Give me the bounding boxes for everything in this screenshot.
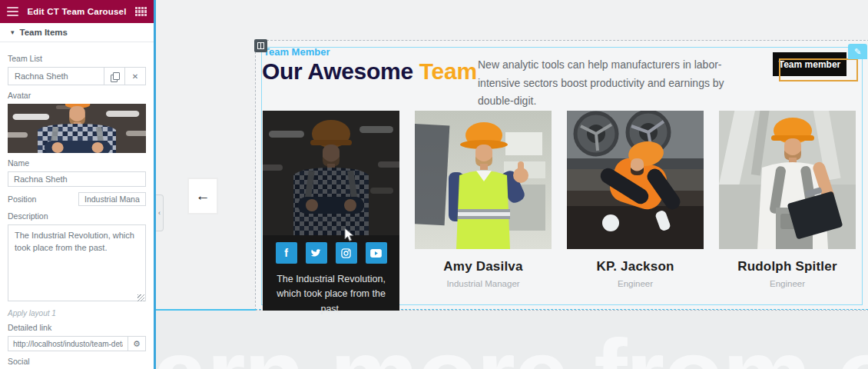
instagram-link[interactable] <box>336 242 357 264</box>
editor-canvas: ✎ Team Member Our Awesome Team New analy… <box>156 0 868 369</box>
team-card[interactable]: KP. Jackson Engineer <box>567 111 704 288</box>
next-section-preview: Learn more from our <box>156 311 868 369</box>
caret-down-icon: ▾ <box>11 28 15 36</box>
member-position: Engineer <box>567 279 704 288</box>
section-title-accent: Team <box>419 58 477 84</box>
chevron-left-icon: ‹ <box>158 209 161 217</box>
youtube-link[interactable] <box>366 242 387 264</box>
avatar-label: Avatar <box>8 91 146 100</box>
twitter-icon <box>310 248 322 258</box>
copy-icon <box>111 72 118 81</box>
team-photo <box>415 111 552 249</box>
member-name: KP. Jackson <box>567 259 704 274</box>
team-photo <box>719 111 856 249</box>
youtube-icon <box>370 249 382 258</box>
section-title: Our Awesome Team <box>262 58 477 85</box>
carousel-prev-button[interactable]: ← <box>188 178 217 214</box>
section-subtitle: Team Member <box>263 46 330 58</box>
panel-title: Edit CT Team Carousel <box>18 7 135 16</box>
member-name: Amy Dasilva <box>415 259 552 274</box>
hamburger-menu-icon[interactable] <box>7 7 18 16</box>
facebook-icon: f <box>284 247 288 259</box>
team-list-label: Team List <box>8 54 146 63</box>
member-position: Industrial Manager <box>415 279 552 288</box>
widgets-grid-icon[interactable] <box>135 7 147 16</box>
repeater-item-title[interactable]: Rachna Sheth <box>8 68 104 85</box>
team-photo <box>263 111 399 235</box>
team-card-active[interactable]: f The Industrial Revolution, which took … <box>263 111 399 311</box>
name-input[interactable] <box>8 171 146 187</box>
team-card[interactable]: Rudolph Spitler Engineer <box>719 111 856 288</box>
panel-header: Edit CT Team Carousel <box>0 0 154 23</box>
position-input[interactable] <box>78 192 146 206</box>
link-options-button[interactable]: ⚙ <box>128 336 146 351</box>
close-icon: ✕ <box>132 72 138 81</box>
position-label: Position <box>8 194 36 204</box>
column-icon <box>257 42 264 49</box>
team-items-accordion[interactable]: ▾ Team Items <box>0 23 154 42</box>
pencil-icon: ✎ <box>854 47 861 57</box>
member-position: Engineer <box>719 279 856 288</box>
gear-icon: ⚙ <box>133 339 141 349</box>
resize-grip[interactable] <box>137 294 144 301</box>
facebook-link[interactable]: f <box>276 242 297 264</box>
description-label: Description <box>8 211 146 221</box>
description-textarea[interactable]: The Industrial Revolution, which took pl… <box>8 224 146 301</box>
apply-layout-link[interactable]: Apply layout 1 <box>8 309 146 317</box>
team-card[interactable]: Amy Dasilva Industrial Manager <box>415 111 552 288</box>
section-description: New analytic tools can help manufacturer… <box>478 56 735 111</box>
ghost-heading: Learn more from our <box>156 317 868 369</box>
name-label: Name <box>8 158 146 168</box>
member-name: Rudolph Spitler <box>719 259 856 274</box>
detailed-link-input[interactable] <box>8 336 128 351</box>
elementor-panel: Edit CT Team Carousel ▾ Team Items Team … <box>0 0 154 369</box>
team-photo <box>567 111 704 249</box>
left-arrow-icon: ← <box>196 188 210 204</box>
team-member-button[interactable]: Team member <box>773 52 846 76</box>
duplicate-item-button[interactable] <box>104 68 124 85</box>
social-label: Social <box>8 357 146 366</box>
card-description: The Industrial Revolution, which took pl… <box>263 272 399 317</box>
avatar-image[interactable] <box>8 104 146 153</box>
remove-item-button[interactable]: ✕ <box>124 68 145 85</box>
panel-collapse-handle[interactable]: ‹ <box>156 194 164 231</box>
column-handle[interactable] <box>254 39 267 52</box>
panel-resize-divider[interactable] <box>154 0 156 369</box>
twitter-link[interactable] <box>306 242 327 264</box>
edit-widget-handle[interactable]: ✎ <box>848 44 867 59</box>
widget-bottom-line <box>156 309 256 311</box>
accordion-label: Team Items <box>20 28 68 37</box>
repeater-item: Rachna Sheth ✕ <box>8 67 146 85</box>
instagram-icon <box>341 248 351 258</box>
detailed-link-label: Detailed link <box>8 323 146 332</box>
